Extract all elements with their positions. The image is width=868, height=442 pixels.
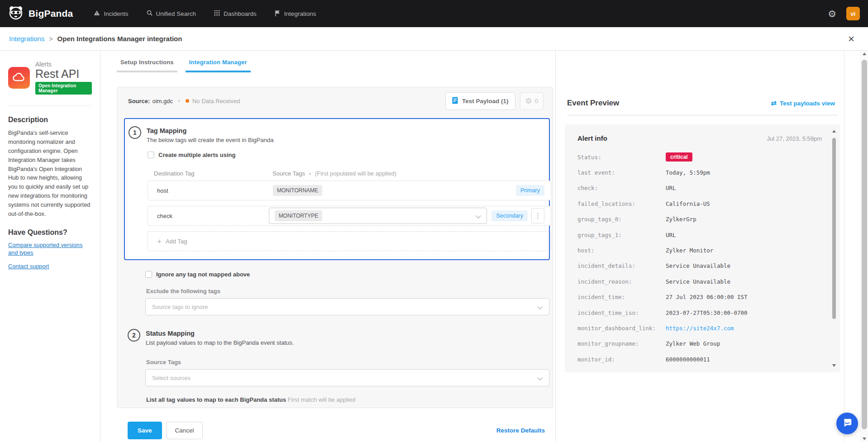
source-value: oim.gdc <box>152 98 173 105</box>
compare-versions-link[interactable]: Compare supported versions and types <box>8 241 92 257</box>
tag-mapping-title: Tag Mapping <box>147 126 273 134</box>
source-tag-chip[interactable]: MONITORTYPE <box>275 210 323 221</box>
source-row: Source: oim.gdc No Data Received Test Pa… <box>117 87 553 114</box>
breadcrumb-integrations-link[interactable]: Integrations <box>9 35 44 43</box>
alert-key: monitor_groupname: <box>577 340 666 347</box>
status-source-tags-select[interactable]: Select sources <box>145 369 549 386</box>
chevron-down-icon <box>477 214 481 218</box>
form-footer: Save Cancel Restore Defaults <box>117 413 553 442</box>
scrollbar-thumb[interactable] <box>862 60 867 429</box>
document-icon <box>452 97 458 105</box>
dot-separator-icon <box>178 100 180 102</box>
event-preview-title: Event Preview <box>567 99 619 108</box>
multiple-alerts-checkbox[interactable] <box>148 152 154 158</box>
nav-item-unified-search[interactable]: Unified Search <box>147 10 196 18</box>
content-area: Alerts Rest API Open Integration Manager… <box>0 51 868 442</box>
test-payloads-view-link[interactable]: ⇄ Test payloads view <box>771 99 835 107</box>
nav-label: Incidents <box>104 10 128 17</box>
alert-info-card: Alert info Jul 27, 2023, 5:59pm Status: … <box>565 124 840 372</box>
tag-mapping-titles: Tag Mapping The below tags will create t… <box>147 126 273 143</box>
status-source-tags-label: Source Tags <box>146 359 553 366</box>
chat-icon <box>842 418 852 429</box>
description-heading: Description <box>8 116 92 124</box>
exclude-tags-placeholder: Source tags to ignore <box>152 304 208 310</box>
logo-subtitle: Alerts <box>35 61 92 68</box>
restore-defaults-link[interactable]: Restore Defaults <box>496 427 545 434</box>
plus-icon: + <box>157 238 162 245</box>
alert-row: last event: Today, 5:59pm <box>577 165 822 180</box>
logo-title: Rest API <box>35 68 92 80</box>
bigpanda-logo[interactable]: BigPanda <box>8 5 73 22</box>
destination-tag-value: check <box>157 213 269 219</box>
top-navbar: BigPanda Incidents Unified Search Dashbo <box>0 0 868 27</box>
alert-row: incident_time: 27 Jul 2023 06:00:00 IST <box>577 290 822 305</box>
multiple-alerts-row: Create multiple alerts using <box>148 152 549 158</box>
cancel-button[interactable]: Cancel <box>167 422 203 439</box>
alert-value: Today, 5:59pm <box>666 169 710 176</box>
dashboard-link[interactable]: https://site24x7.com <box>666 325 734 332</box>
alert-value: 2023-07-27T05:30:00-0700 <box>666 309 748 316</box>
alert-row: incident_time_iso: 2023-07-27T05:30:00-0… <box>577 305 822 320</box>
oim-badge: Open Integration Manager <box>35 82 92 95</box>
nav-item-incidents[interactable]: Incidents <box>94 10 128 18</box>
nav-label: Integrations <box>284 10 316 17</box>
payload-count-button[interactable]: ⚙ 0 <box>520 92 544 110</box>
row-menu-button[interactable]: ⋮ <box>531 208 544 223</box>
scroll-up-arrow-icon[interactable] <box>863 52 866 55</box>
tab-setup-instructions[interactable]: Setup Instructions <box>117 59 177 72</box>
secondary-badge[interactable]: Secondary <box>491 210 528 221</box>
alert-row: failed_locations: California-US <box>577 196 822 211</box>
data-status-text: No Data Received <box>192 98 240 105</box>
alert-row: monitor_groupname: Zylker Web Group <box>577 336 822 352</box>
mapping-column-headers: Destination Tag Source Tags (First popul… <box>148 170 549 177</box>
alert-value: Service Unavailable <box>666 278 730 285</box>
add-tag-label: Add Tag <box>166 238 187 245</box>
test-payloads-view-label: Test payloads view <box>780 100 835 107</box>
scroll-up-arrow-icon[interactable] <box>832 130 836 133</box>
breadcrumb: Integrations > Open Integrations Manager… <box>0 27 868 51</box>
alert-row: check: URL <box>577 181 822 196</box>
scroll-down-arrow-icon[interactable] <box>832 364 836 367</box>
breadcrumb-separator: > <box>49 35 52 43</box>
step-2-badge: 2 <box>128 329 140 342</box>
rest-api-app-icon <box>8 67 30 89</box>
scroll-down-arrow-icon[interactable] <box>863 437 866 440</box>
payload-count: 0 <box>535 98 538 105</box>
alert-value: Zylker Web Group <box>666 340 720 347</box>
user-avatar[interactable]: vi <box>846 7 860 20</box>
tag-mapping-row-check: check MONITORTYPE Secondary ⋮ <box>148 206 551 226</box>
alert-key: host: <box>577 247 666 254</box>
ignore-tags-checkbox[interactable] <box>145 271 152 278</box>
exclude-tags-select[interactable]: Source tags to ignore <box>145 298 549 315</box>
chat-launcher-button[interactable] <box>836 413 858 434</box>
tab-bar: Setup Instructions Integration Manager <box>117 59 251 72</box>
source-tag-select[interactable]: MONITORTYPE <box>269 208 487 224</box>
add-tag-button[interactable]: + Add Tag <box>148 231 551 251</box>
scrollbar-thumb[interactable] <box>832 138 836 319</box>
status-mapping-title: Status Mapping <box>146 329 294 337</box>
source-tag-chip[interactable]: MONITORNAME <box>273 185 322 196</box>
test-payload-button[interactable]: Test Payload (1) <box>445 92 515 110</box>
tab-integration-manager[interactable]: Integration Manager <box>186 59 251 72</box>
contact-support-link[interactable]: Contact support <box>8 262 92 270</box>
warning-triangle-icon <box>94 10 100 17</box>
alert-key: group_tags_0: <box>577 216 666 223</box>
note-light: First match will be applied <box>288 396 356 403</box>
alert-value: URL <box>666 232 676 238</box>
dot-separator-icon <box>309 173 311 175</box>
alert-key: incident_time: <box>577 294 666 300</box>
nav-item-integrations[interactable]: Integrations <box>275 10 316 18</box>
settings-gear-icon[interactable]: ⚙ <box>828 9 836 19</box>
alert-key: check: <box>577 185 666 191</box>
gear-small-icon: ⚙ <box>525 97 532 105</box>
nav-label: Unified Search <box>156 10 196 17</box>
source-tags-note: (First populated will be applied) <box>315 170 396 177</box>
chevron-down-icon <box>538 304 543 309</box>
swap-arrows-icon: ⇄ <box>771 99 777 107</box>
alert-value: URL <box>666 185 676 191</box>
primary-badge[interactable]: Primary <box>516 185 544 196</box>
nav-item-dashboards[interactable]: Dashboards <box>214 10 257 18</box>
save-button[interactable]: Save <box>128 422 162 439</box>
status-source-tags-placeholder: Select sources <box>152 375 191 381</box>
close-icon[interactable]: × <box>848 33 854 44</box>
